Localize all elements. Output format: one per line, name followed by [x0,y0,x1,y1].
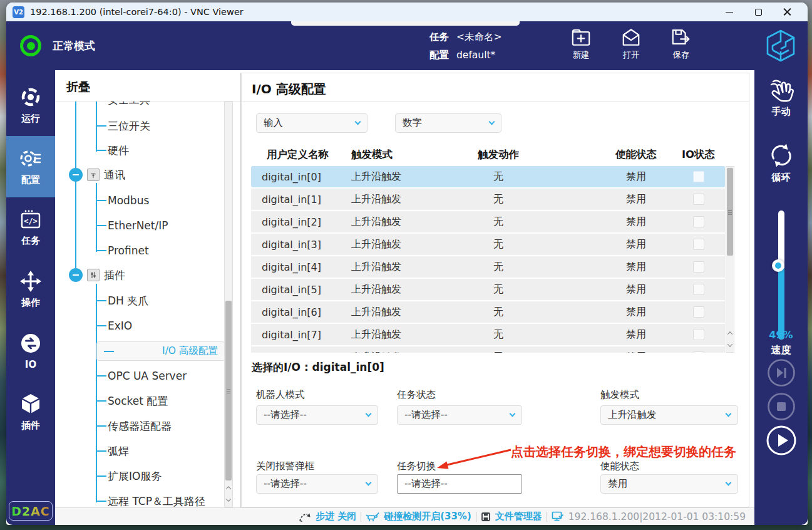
tree-item-safety-tools[interactable]: 安全工具 [96,101,225,109]
table-row-digital-in-0[interactable]: digital_in[0] 上升沿触发 无 禁用 [251,166,725,187]
io-type-select[interactable]: 数字 [395,113,501,133]
manual-mode-button[interactable]: 手动 [754,79,808,118]
sidebar-item-config[interactable]: 配置 [6,136,55,197]
sidebar-item-io[interactable]: IO [6,320,55,382]
tree-item-hardware[interactable]: 硬件 [96,141,225,160]
tree-item-exio[interactable]: ExIO [96,316,225,335]
cycle-mode-button[interactable]: 循环 [754,142,808,184]
tree-item-extended-io-service[interactable]: 扩展IO服务 [96,467,225,486]
plugin-sliders-icon [87,269,100,281]
stop-button[interactable] [767,392,796,423]
tree-node-plugins[interactable]: 插件 [69,266,125,284]
close-alarm-label: 关闭报警弹框 [256,460,314,473]
speed-slider-handle[interactable] [772,259,784,272]
table-row-digital-in-4[interactable]: digital_in[4] 上升沿触发 无 禁用 [251,256,725,278]
table-row-digital-in-3[interactable]: digital_in[3] 上升沿触发 无 禁用 [251,234,725,255]
table-row-digital-in-6[interactable]: digital_in[6] 上升沿触发 无 禁用 [251,301,725,323]
table-scroll-up-button[interactable] [726,328,734,338]
tree-item-profinet[interactable]: Profinet [96,241,225,260]
divider [547,512,547,522]
tree-item-remote-tcp-tool-path[interactable]: 远程 TCP＆工具路径 [96,492,225,507]
table-row-digital-in-2[interactable]: digital_in[2] 上升沿触发 无 禁用 [251,211,725,232]
tree-scrollbar-thumb[interactable] [225,301,232,481]
window-titlebar[interactable]: V2 192.168.1.200 (intel-corei7-64:0) - V… [6,3,808,21]
table-row-digital-in-7[interactable]: digital_in[7] 上升沿触发 无 禁用 [251,324,725,345]
chevron-down-icon [727,341,732,346]
vnc-toolbar-tab[interactable] [291,21,520,26]
tree-scrollbar[interactable] [224,101,233,507]
open-button[interactable]: 打开 [610,28,652,61]
tree-item-sensor-adapter[interactable]: 传感器适配器 [96,417,225,435]
io-state-checkbox[interactable] [693,171,704,182]
vnc-app-icon: V2 [13,6,24,18]
trigger-mode-label: 触发模式 [600,388,639,402]
robot-mode-select[interactable]: --请选择-- [256,405,378,425]
io-table: digital_in[0] 上升沿触发 无 禁用 digital_in[1] 上… [251,166,725,353]
save-button[interactable]: 保存 [660,28,702,61]
step-icon [299,511,311,522]
task-state-select[interactable]: --请选择-- [397,405,522,425]
table-scrollbar[interactable] [726,166,734,353]
app-header: 正常模式 任务<未命名> 配置default* 新建 打开 保存 [6,21,808,70]
io-state-checkbox[interactable] [693,329,704,340]
sidebar-item-run[interactable]: 运行 [6,75,55,136]
file-manager-icon [481,512,491,522]
close-button[interactable] [773,3,801,21]
table-row-digital-in-8[interactable]: digital_in[8] 上升沿触发 无 禁用 [251,346,725,353]
status-bar: 步进 关闭 碰撞检测开启(33%) 文件管理器 192.168.1.200|20… [55,507,754,525]
close-alarm-select[interactable]: --请选择-- [256,474,378,494]
trigger-mode-select[interactable]: 上升沿触发 [600,405,738,425]
speed-slider[interactable] [778,210,784,340]
collapse-minus-icon[interactable] [69,168,83,182]
play-button[interactable] [766,425,797,459]
step-status[interactable]: 步进 关闭 [316,511,356,522]
d2ac-logo: D2AC [9,501,53,521]
mode-label: 正常模式 [53,39,95,53]
minimize-button[interactable] [715,3,744,21]
chevron-down-icon [355,119,361,125]
collision-detection-icon [366,511,379,522]
io-state-checkbox[interactable] [693,284,704,295]
file-manager-link[interactable]: 文件管理器 [495,511,542,522]
io-state-checkbox[interactable] [693,306,704,318]
tree-item-arc-welding[interactable]: 弧焊 [96,442,225,460]
io-state-checkbox[interactable] [693,351,704,353]
tree-item-io-advanced-config[interactable]: I/O 高级配置 [96,341,225,361]
chevron-up-icon [727,331,732,336]
io-direction-select[interactable]: 输入 [256,113,367,133]
tree-node-communication[interactable]: 通讯 [69,165,125,184]
tree-item-socket-config[interactable]: Socket 配置 [96,392,225,410]
tree-scroll-up-button[interactable] [225,482,232,493]
tree-item-dh-gripper[interactable]: DH 夹爪 [96,291,225,310]
task-switch-select[interactable]: --请选择-- [397,474,522,494]
tree-item-ethernet-ip[interactable]: EtherNet/IP [96,216,225,235]
io-state-checkbox[interactable] [693,261,704,273]
tree-item-opc-ua-server[interactable]: OPC UA Server [96,366,225,385]
manual-label: 手动 [772,106,791,118]
tree-item-three-position-switch[interactable]: 三位开关 [96,117,225,135]
table-row-digital-in-5[interactable]: digital_in[5] 上升沿触发 无 禁用 [251,279,725,300]
io-state-checkbox[interactable] [693,216,704,227]
collision-status[interactable]: 碰撞检测开启(33%) [384,511,471,522]
sidebar-item-task[interactable]: </> 任务 [6,197,55,259]
new-button[interactable]: 新建 [560,28,602,61]
table-scrollbar-thumb[interactable] [727,168,733,256]
io-state-checkbox[interactable] [693,194,704,205]
table-row-digital-in-1[interactable]: digital_in[1] 上升沿触发 无 禁用 [251,189,725,210]
enable-state-select[interactable]: 禁用 [600,474,738,494]
collapse-minus-icon[interactable] [69,268,83,282]
io-state-checkbox[interactable] [693,239,704,250]
collapse-tree-button[interactable]: 折叠 [55,73,240,101]
tree-scroll-down-button[interactable] [225,494,232,505]
tree-item-modbus[interactable]: Modbus [96,191,225,210]
sidebar-item-operate[interactable]: 操作 [6,259,55,320]
skip-next-button[interactable] [767,358,796,390]
maximize-button[interactable] [744,3,773,21]
chevron-down-icon [489,119,495,125]
svg-text:</>: </> [24,217,38,226]
cube-icon [19,393,42,415]
table-scroll-down-button[interactable] [726,340,734,350]
minimize-icon [726,12,733,13]
sidebar-item-plugin[interactable]: 插件 [6,382,55,443]
ip-and-time: 192.168.1.200|2012-01-01 03:10:59 [568,511,746,522]
